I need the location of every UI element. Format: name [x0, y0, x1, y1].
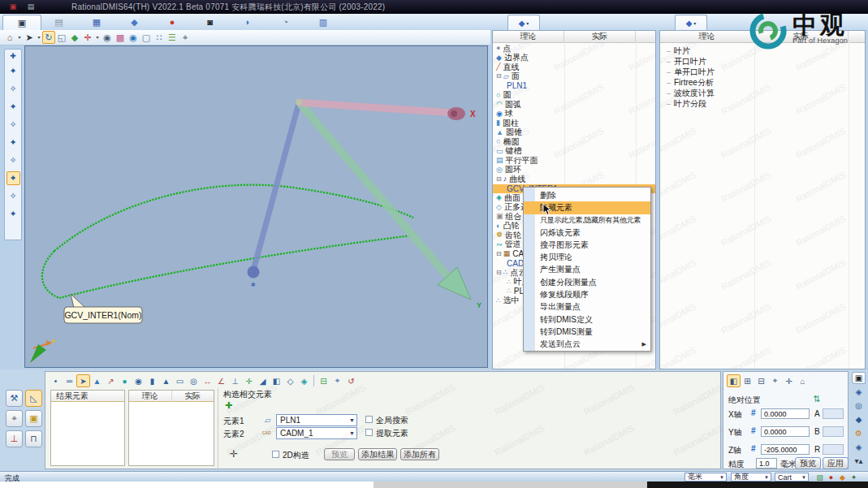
label-eye-icon[interactable]: ◉: [127, 31, 140, 44]
box-icon[interactable]: ▢: [140, 31, 153, 44]
construct-torus-icon[interactable]: ◎: [187, 374, 201, 387]
hash-icon[interactable]: #: [751, 426, 756, 435]
position-preview-button[interactable]: 预览: [795, 457, 821, 469]
undo-construct-icon[interactable]: ↺: [344, 374, 358, 387]
probe-preset-8-icon[interactable]: ✧: [6, 189, 20, 203]
construct-tools-button[interactable]: ⚒: [6, 390, 23, 407]
2d-construct-checkbox[interactable]: [272, 451, 279, 458]
strip-more-icon[interactable]: ▾▴: [852, 455, 866, 467]
menu-item-发送到点云[interactable]: 发送到点云▶: [524, 339, 650, 351]
pin-icon[interactable]: ✚: [6, 51, 20, 61]
construct-vector-icon[interactable]: ↗: [104, 374, 118, 387]
probe-add-icon[interactable]: ✛: [782, 374, 796, 387]
probe-preset-9-icon[interactable]: ✦: [6, 207, 20, 221]
precision-input[interactable]: 1.0: [756, 458, 777, 469]
preview-button[interactable]: 预览: [324, 448, 355, 460]
construct-sphere-icon[interactable]: ◉: [132, 374, 145, 387]
extract-element-checkbox[interactable]: [365, 429, 373, 436]
tree-item-面[interactable]: ⊟▱面: [493, 72, 655, 82]
menu-item-转到DMIS测量[interactable]: 转到DMIS测量: [524, 326, 650, 338]
global-search-checkbox[interactable]: [365, 416, 373, 423]
feature-panel-tab[interactable]: ◆▾: [507, 15, 540, 31]
tree-item-PLN1[interactable]: PLN1: [493, 81, 655, 91]
angle-icon[interactable]: ∠: [214, 374, 228, 387]
home-icon[interactable]: ⌂: [3, 31, 16, 44]
move-cross-icon[interactable]: ✛: [230, 448, 238, 460]
blade-item-波纹度计算[interactable]: ‒波纹度计算: [660, 88, 865, 98]
collapse-icon[interactable]: ⊟: [496, 176, 502, 183]
collapse-icon[interactable]: ⊟: [496, 73, 502, 80]
construct-circle-icon[interactable]: ●: [118, 374, 132, 387]
theory-column-header[interactable]: 理论: [660, 31, 754, 42]
tree-item-圆弧[interactable]: ◠圆弧: [493, 100, 655, 110]
strip-probe-icon[interactable]: ◈: [852, 386, 866, 398]
blade-item-Firtree分析[interactable]: ‒Firtree分析: [660, 77, 865, 88]
sync-arrows-icon[interactable]: ⇅: [813, 394, 820, 404]
axes-button[interactable]: ⊥: [6, 430, 23, 447]
status-shield-icon[interactable]: ◆: [838, 473, 847, 482]
perpendicular-icon[interactable]: ⊥: [228, 374, 242, 387]
blade-item-叶片分段[interactable]: ‒叶片分段: [660, 98, 865, 109]
probe-preset-4-icon[interactable]: ✧: [6, 118, 20, 132]
probe-preset-5-icon[interactable]: ✦: [6, 136, 20, 149]
axis-value-input-Z轴[interactable]: -205.0000: [761, 444, 810, 455]
add-result-button[interactable]: 添加结果: [358, 448, 397, 460]
offset-icon[interactable]: ◇: [283, 374, 297, 387]
fit-icon[interactable]: ◈: [297, 374, 311, 387]
jog-minus-icon[interactable]: ⊟: [754, 374, 768, 387]
construct-cylinder-icon[interactable]: ▮: [145, 374, 159, 387]
strip-zoom-icon[interactable]: ◎: [852, 399, 866, 412]
blade-item-开口叶片[interactable]: ‒开口叶片: [660, 56, 865, 67]
eye-icon[interactable]: ◉: [101, 31, 114, 44]
3d-viewport[interactable]: ✻ X Y: [24, 45, 488, 368]
construct-slot-icon[interactable]: ▭: [173, 374, 187, 387]
probe-preset-2-icon[interactable]: ✧: [6, 82, 20, 96]
zoom-window-icon[interactable]: ◱: [55, 31, 68, 44]
gcv-curve[interactable]: [42, 185, 413, 298]
strip-tool-icon[interactable]: ◆: [852, 413, 866, 425]
probe-preset-7-icon[interactable]: ✦: [6, 171, 20, 185]
menu-item-闪烁该元素[interactable]: 闪烁该元素: [524, 227, 650, 239]
axis-angle-field-R[interactable]: [823, 444, 844, 455]
angle-ruler-button[interactable]: ◺: [25, 390, 42, 407]
menu-item-删除[interactable]: 删除: [524, 189, 650, 201]
result-elements-list[interactable]: 结果元素: [50, 390, 125, 466]
menu-item-创建分段测量点[interactable]: 创建分段测量点: [524, 276, 650, 288]
intersect-icon[interactable]: ✛: [242, 374, 256, 387]
cursor-caret[interactable]: ▾: [36, 31, 42, 44]
probe-preset-6-icon[interactable]: ✧: [6, 153, 20, 167]
home-caret[interactable]: ▾: [16, 31, 23, 44]
points-icon[interactable]: ∷: [153, 31, 166, 44]
tab-shield[interactable]: ◗: [229, 15, 266, 30]
theory-column-header[interactable]: 理论: [493, 31, 564, 42]
position-apply-button[interactable]: 应用: [823, 457, 849, 469]
menu-item-搜寻图形元素[interactable]: 搜寻图形元素: [524, 239, 650, 251]
manikin-caret[interactable]: ▾: [94, 31, 101, 44]
tab-table[interactable]: ▦: [78, 15, 115, 30]
tab-document[interactable]: ▤: [41, 15, 78, 30]
manikin-icon[interactable]: ✛: [81, 31, 94, 44]
shield-button[interactable]: ▣: [25, 410, 42, 427]
menu-item-导出测量点[interactable]: 导出测量点: [524, 301, 650, 313]
app-logo-icon[interactable]: ▣: [8, 2, 18, 11]
probe-preset-1-icon[interactable]: ✦: [6, 64, 20, 78]
tree-item-曲线[interactable]: ⊟♪曲线: [493, 175, 655, 184]
coordinate-dropdown[interactable]: Cart▼: [775, 473, 809, 482]
distance-icon[interactable]: ↔: [201, 374, 214, 387]
axis-value-input-X轴[interactable]: 0.0000: [761, 408, 810, 419]
angle-dropdown[interactable]: 角度▼: [731, 473, 771, 482]
target-icon[interactable]: ⌖: [330, 374, 344, 387]
collapse-icon[interactable]: ⊟: [496, 270, 502, 276]
add-all-button[interactable]: 添加所有: [400, 448, 439, 460]
blade-panel-tab[interactable]: ◆▾: [675, 15, 707, 31]
tab-disk[interactable]: ◆: [116, 15, 153, 30]
probe-icon[interactable]: ⌖: [179, 31, 192, 44]
axis-value-input-Y轴[interactable]: 0.0000: [761, 426, 810, 437]
menu-item-产生测量点[interactable]: 产生测量点: [524, 264, 650, 276]
strip-gear-icon[interactable]: ⚙: [852, 427, 866, 439]
menu-item-转到DMIS定义[interactable]: 转到DMIS定义: [524, 313, 650, 326]
joystick-icon[interactable]: ⌖: [768, 374, 782, 387]
tab-monitor[interactable]: ▥: [304, 15, 342, 30]
quick-access-icon[interactable]: ▤: [26, 2, 36, 11]
projection-icon[interactable]: ◢: [256, 374, 270, 387]
